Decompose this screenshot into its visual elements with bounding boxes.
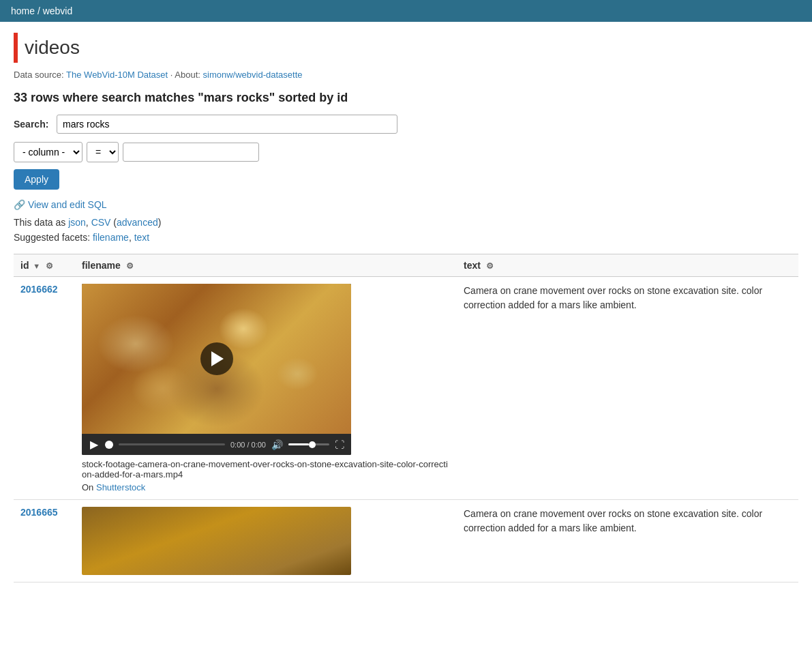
cell-id: 2016662 bbox=[14, 277, 75, 500]
cell-filename: ▶ 0:00 / 0:00 🔊 ⛶ stock-foota bbox=[75, 277, 457, 500]
text-settings-icon[interactable]: ⚙ bbox=[486, 261, 494, 271]
time-display: 0:00 / 0:00 bbox=[230, 441, 266, 449]
table-header-row: id ▼ ⚙ filename ⚙ text ⚙ bbox=[14, 254, 798, 277]
export-advanced-link[interactable]: advanced bbox=[117, 217, 158, 228]
facet-filename-link[interactable]: filename bbox=[93, 232, 129, 243]
cell-text: Camera on crane movement over rocks on s… bbox=[457, 277, 798, 500]
col-header-text: text ⚙ bbox=[457, 254, 798, 277]
row-id-link[interactable]: 2016662 bbox=[20, 284, 58, 295]
operator-filter-select[interactable]: = bbox=[87, 142, 119, 162]
page-title: videos bbox=[25, 37, 80, 59]
col-header-id: id ▼ ⚙ bbox=[14, 254, 75, 277]
topbar: home / webvid bbox=[0, 0, 812, 22]
filter-value-input[interactable] bbox=[123, 143, 259, 162]
cell-id: 2016665 bbox=[14, 500, 75, 583]
source-label: On bbox=[82, 482, 93, 492]
source-link[interactable]: Shutterstock bbox=[96, 482, 145, 492]
column-filter-select[interactable]: - column - bbox=[14, 142, 82, 162]
play-triangle-icon bbox=[211, 351, 224, 366]
cell-text: Camera on crane movement over rocks on s… bbox=[457, 500, 798, 583]
video-play-button[interactable]: ▶ bbox=[89, 438, 100, 451]
about-link[interactable]: simonw/webvid-datasette bbox=[203, 70, 303, 80]
volume-slider[interactable] bbox=[288, 443, 329, 445]
datasource-label: Data source: bbox=[14, 70, 64, 80]
volume-knob bbox=[309, 441, 316, 448]
search-row: Search: bbox=[14, 115, 798, 134]
progress-bar[interactable] bbox=[119, 443, 225, 445]
export-line: This data as json, CSV (advanced) bbox=[14, 217, 798, 228]
fullscreen-icon[interactable]: ⛶ bbox=[335, 439, 344, 450]
source-line: On Shutterstock bbox=[82, 482, 450, 492]
sql-link-row: 🔗 View and edit SQL bbox=[14, 199, 798, 210]
volume-icon[interactable]: 🔊 bbox=[271, 439, 283, 450]
row-id-link[interactable]: 2016665 bbox=[20, 507, 58, 518]
id-settings-icon[interactable]: ⚙ bbox=[46, 261, 53, 271]
row-count: 33 rows where search matches "mars rocks… bbox=[14, 91, 798, 105]
col-id-label: id bbox=[20, 260, 29, 271]
col-header-filename: filename ⚙ bbox=[75, 254, 457, 277]
title-wrapper: videos bbox=[14, 33, 798, 63]
cell-filename bbox=[75, 500, 457, 583]
facet-text-link[interactable]: text bbox=[134, 232, 150, 243]
about-separator: · About: bbox=[170, 70, 200, 80]
export-prefix: This data as bbox=[14, 217, 65, 228]
sql-link-label: View and edit SQL bbox=[28, 199, 107, 210]
col-filename-label: filename bbox=[82, 260, 121, 271]
apply-button[interactable]: Apply bbox=[14, 169, 59, 190]
progress-dot bbox=[105, 441, 113, 449]
results-table: id ▼ ⚙ filename ⚙ text ⚙ 2016662 bbox=[14, 254, 798, 583]
filename-settings-icon[interactable]: ⚙ bbox=[126, 261, 134, 271]
video-thumbnail bbox=[82, 284, 351, 434]
text-value: Camera on crane movement over rocks on s… bbox=[464, 508, 762, 533]
filter-row: - column - = bbox=[14, 142, 798, 162]
main-content: videos Data source: The WebVid-10M Datas… bbox=[0, 22, 812, 593]
volume-fill bbox=[288, 443, 309, 445]
datasource-link[interactable]: The WebVid-10M Dataset bbox=[66, 70, 168, 80]
search-input[interactable] bbox=[57, 115, 397, 134]
facets-line: Suggested facets: filename, text bbox=[14, 232, 798, 243]
table-row: 2016662 ▶ 0:00 / bbox=[14, 277, 798, 500]
export-json-link[interactable]: json bbox=[68, 217, 86, 228]
text-value: Camera on crane movement over rocks on s… bbox=[464, 285, 762, 310]
sort-desc-icon[interactable]: ▼ bbox=[33, 262, 40, 270]
video-player[interactable]: ▶ 0:00 / 0:00 🔊 ⛶ bbox=[82, 284, 351, 455]
video-thumbnail-partial bbox=[82, 507, 351, 575]
sql-icon: 🔗 bbox=[14, 199, 25, 210]
video-play-overlay[interactable] bbox=[200, 342, 233, 375]
breadcrumb: home / webvid bbox=[11, 5, 72, 16]
video-controls-bar: ▶ 0:00 / 0:00 🔊 ⛶ bbox=[82, 434, 351, 455]
red-accent-bar bbox=[14, 33, 18, 63]
export-csv-link[interactable]: CSV bbox=[91, 217, 111, 228]
search-label: Search: bbox=[14, 119, 51, 130]
filename-text: stock-footage-camera-on-crane-movement-o… bbox=[82, 459, 450, 480]
col-text-label: text bbox=[464, 260, 481, 271]
sql-link[interactable]: 🔗 View and edit SQL bbox=[14, 199, 107, 210]
facets-prefix: Suggested facets: bbox=[14, 232, 90, 243]
table-row: 2016665 Camera on crane movement over ro… bbox=[14, 500, 798, 583]
datasource-line: Data source: The WebVid-10M Dataset · Ab… bbox=[14, 70, 798, 80]
